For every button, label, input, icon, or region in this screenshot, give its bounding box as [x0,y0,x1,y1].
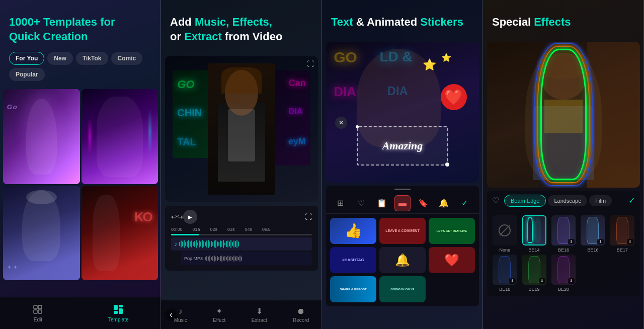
note-icon[interactable]: 📋 [374,195,390,211]
audio-track-1[interactable]: ♪ [171,237,312,251]
tab-comic[interactable]: Comic [111,52,143,65]
effect-be16-2-thumb: ⬇ [581,215,605,245]
glow-green-outline [540,49,586,180]
effect-be18-label: BE18 [499,287,510,292]
svg-rect-7 [119,308,123,314]
heart-tool-icon[interactable]: ♡ [353,195,369,211]
timeline-bar[interactable] [171,234,312,235]
effect-none[interactable]: None [491,215,518,253]
effect-be14[interactable]: BE14 [520,215,547,253]
audio-track-2[interactable]: Pop.MP3 [181,252,312,265]
panel2-title: Add Music, Effects, or Extract from Vide… [170,15,313,44]
panel4-title: Special Effects [492,15,635,30]
effect-be17-thumb: ⬇ [610,215,634,245]
panel3-video: GO LD & DIA DIA ⭐ ⭐ ❤️ ✕ Amazing [326,42,479,183]
nav-extract[interactable]: ⬇ Extract [252,306,267,323]
panel3-header: Text & Animated Stickers [322,0,483,42]
template-cell-3[interactable]: ✦ ✦ [3,186,80,281]
effect-none-thumb [493,215,517,245]
tab-film[interactable]: Film [589,195,612,206]
svg-rect-3 [38,310,42,313]
panel-stickers: Text & Animated Stickers GO LD & DIA DIA… [322,0,483,329]
sticker-leave-comment[interactable]: LEAVE A COMMENT [379,218,426,244]
confirm-check-icon[interactable]: ✓ [628,196,635,205]
drag-handle [394,189,411,190]
tab-popular[interactable]: Popular [9,68,45,81]
panel2-title-text3: from Video [225,30,283,43]
template-cell-4[interactable]: KO [82,186,158,281]
panel1-title: 1000+ Templates for Quick Creation [9,15,152,44]
svg-rect-0 [34,305,37,309]
record-icon: ⏺ [297,307,305,316]
effect-be20[interactable]: ⬇ BE20 [550,255,577,292]
undo-button[interactable]: ↩ [171,213,177,221]
panel4-title-normal: Special [492,16,534,28]
sticker-lets-get[interactable]: LET'S GET REM LIVE [429,218,475,244]
check-icon[interactable]: ✓ [456,195,472,211]
footer-template[interactable]: Template [108,304,129,322]
download-badge-3: ⬇ [627,239,633,244]
svg-rect-1 [38,305,42,309]
layout-icon[interactable]: ⊞ [333,195,349,211]
nav-arrow-left[interactable]: ‹ [165,309,177,321]
sticker-share[interactable]: SHARE & REPOST [330,276,376,302]
panel2-header: Add Music, Effects, or Extract from Vide… [161,0,322,56]
effect-be19[interactable]: ⬇ BE19 [520,255,547,292]
nav-effect[interactable]: ✦ Effect [213,306,225,323]
tab-landscape[interactable]: Landscape [548,195,587,206]
effect-be16-1-label: BE16 [558,248,569,253]
redo-button[interactable]: ↪ [177,213,183,221]
heart-red-sticker[interactable]: ❤️ [429,247,475,273]
audio-icon: ♪ [174,240,177,248]
overlay-text: Amazing [382,139,423,152]
effect-be16-2[interactable]: ⬇ BE16 [579,215,606,253]
like-sticker[interactable]: 👍 [330,218,376,244]
panel2-title-highlight2: Extract [184,30,222,43]
effects-grid: None BE14 ⬇ B [487,211,640,296]
extract-icon: ⬇ [256,306,263,316]
nav-effect-label: Effect [213,317,225,323]
panel2-title-highlight1: Music, Effects, [195,16,272,28]
effect-be20-thumb: ⬇ [551,255,576,285]
bookmark-icon[interactable]: 🔖 [415,195,431,211]
footer-template-label: Template [108,317,129,322]
panel2-controls: ↩ ↪ ▶ ⛶ 00:00 01a 02s 03s 04s 06a ♪ Pop.… [165,206,318,271]
effect-none-label: None [499,248,510,253]
template-cell-1[interactable]: Go [3,89,80,184]
sticker-going-in[interactable]: GOING IN ON YA [379,276,426,302]
panel2-video: GO CHIN TAL Can DIA eyM ⛶ [165,56,318,202]
template-cell-2[interactable] [82,89,158,184]
audio-waveform-1 [179,240,309,248]
tab-tiktok[interactable]: TikTok [76,52,108,65]
text-box-icon[interactable]: ▬ [394,195,411,211]
panel3-title-text2: & Animated [356,16,421,28]
panel1-title-highlight: Quick Creation [9,30,88,43]
effect-be18[interactable]: ⬇ BE18 [491,255,518,292]
nav-record-label: Record [293,317,309,323]
effect-be17[interactable]: ⬇ BE17 [609,215,636,253]
tab-beam-edge[interactable]: Beam Edge [504,195,546,207]
favorite-icon[interactable]: ♡ [492,196,499,205]
play-button[interactable]: ▶ [183,210,197,224]
sticker-toolbar: ⊞ ♡ 📋 ▬ 🔖 🔔 ✓ [326,193,479,214]
alert-icon[interactable]: 🔔 [436,195,452,211]
fullscreen-ctrl-icon[interactable]: ⛶ [305,213,312,221]
panel1-header: 1000+ Templates for Quick Creation For Y… [0,0,161,89]
tab-for-you[interactable]: For You [9,52,44,65]
fullscreen-icon[interactable]: ⛶ [307,60,314,68]
template-grid: Go ✦ ✦ KO [0,89,161,280]
bell-sticker[interactable]: 🔔 [379,247,426,273]
text-selection-box[interactable]: Amazing [357,126,448,166]
resize-handle-tl[interactable] [356,125,359,128]
tab-new[interactable]: New [47,52,73,65]
effect-be19-thumb: ⬇ [522,255,546,285]
effects-panel: ♡ Beam Edge Landscape Film ✓ None [487,191,640,296]
footer-edit[interactable]: Edit [32,304,43,322]
panel1-footer: Edit Template [0,297,161,329]
nav-record[interactable]: ⏺ Record [293,307,309,323]
effect-icon: ✦ [216,306,222,316]
sticker-hashtag[interactable]: #HASHTAG [330,247,376,273]
panel4-title-highlight: Effects [534,16,571,28]
effect-be14-thumb [522,215,546,245]
effect-be16-1[interactable]: ⬇ BE16 [550,215,577,253]
